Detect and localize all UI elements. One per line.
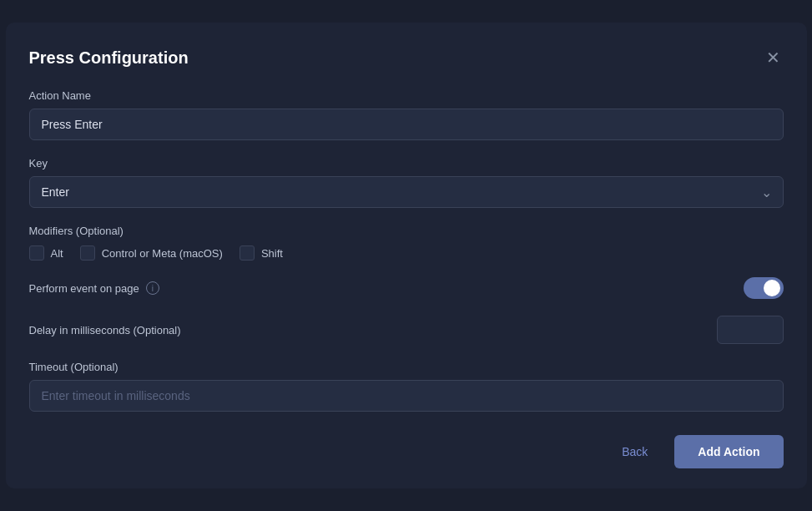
- action-name-input[interactable]: [29, 109, 784, 140]
- delay-label: Delay in milliseconds (Optional): [29, 324, 181, 336]
- perform-event-toggle[interactable]: [744, 277, 784, 299]
- modifier-alt-label: Alt: [51, 247, 63, 260]
- perform-event-label: Perform event on page: [29, 282, 139, 295]
- modifier-alt-item[interactable]: Alt: [29, 245, 63, 261]
- press-configuration-dialog: Press Configuration ✕ Action Name Key En…: [6, 23, 807, 488]
- action-name-field: Action Name: [29, 89, 784, 140]
- modifiers-label: Modifiers (Optional): [29, 225, 784, 237]
- key-select[interactable]: Enter Tab Escape Space Backspace Delete …: [29, 176, 784, 208]
- add-action-button[interactable]: Add Action: [674, 435, 783, 468]
- toggle-knob: [764, 280, 780, 296]
- checkboxes-row: Alt Control or Meta (macOS) Shift: [29, 245, 784, 261]
- perform-event-row: Perform event on page i: [29, 277, 784, 299]
- modifier-shift-checkbox[interactable]: [240, 245, 255, 261]
- delay-input[interactable]: [717, 316, 784, 344]
- modifier-shift-item[interactable]: Shift: [240, 245, 283, 261]
- timeout-input[interactable]: [29, 380, 784, 412]
- perform-event-label-group: Perform event on page i: [29, 281, 159, 295]
- modifier-alt-checkbox[interactable]: [29, 245, 44, 261]
- modifier-shift-label: Shift: [261, 247, 283, 260]
- modifier-control-label: Control or Meta (macOS): [102, 247, 223, 260]
- timeout-section: Timeout (Optional): [29, 361, 784, 412]
- delay-row: Delay in milliseconds (Optional): [29, 316, 784, 344]
- back-button[interactable]: Back: [608, 438, 661, 465]
- info-icon[interactable]: i: [146, 281, 159, 295]
- timeout-label: Timeout (Optional): [29, 361, 784, 373]
- modifier-control-item[interactable]: Control or Meta (macOS): [80, 245, 223, 261]
- key-select-wrapper: Enter Tab Escape Space Backspace Delete …: [29, 176, 784, 208]
- action-name-label: Action Name: [29, 89, 784, 102]
- modifier-control-checkbox[interactable]: [80, 245, 95, 261]
- close-button[interactable]: ✕: [763, 46, 784, 69]
- dialog-footer: Back Add Action: [29, 435, 784, 468]
- dialog-title: Press Configuration: [29, 48, 189, 68]
- key-label: Key: [29, 157, 784, 169]
- modifiers-section: Modifiers (Optional) Alt Control or Meta…: [29, 225, 784, 261]
- dialog-header: Press Configuration ✕: [29, 46, 784, 69]
- key-field: Key Enter Tab Escape Space Backspace Del…: [29, 157, 784, 208]
